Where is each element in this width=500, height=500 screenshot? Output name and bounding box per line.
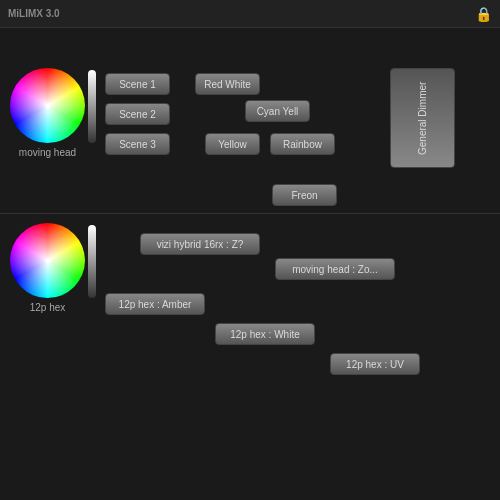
lock-icon[interactable]: 🔒	[475, 6, 492, 22]
color-wheel-wheel2[interactable]: 12p hex	[10, 223, 85, 298]
button-12p-hex-amber[interactable]: 12p hex : Amber	[105, 293, 205, 315]
wheel-center-wheel2	[45, 258, 50, 263]
button-scene2[interactable]: Scene 2	[105, 103, 170, 125]
button-general-dimmer[interactable]: General Dimmer	[390, 68, 455, 168]
main-area: moving head12p hexScene 1Scene 2Scene 3R…	[0, 28, 500, 500]
button-12p-hex-uv[interactable]: 12p hex : UV	[330, 353, 420, 375]
button-freon[interactable]: Freon	[272, 184, 337, 206]
button-moving-head-zo[interactable]: moving head : Zo...	[275, 258, 395, 280]
color-wheel-wheel1[interactable]: moving head	[10, 68, 85, 143]
button-vizi-hybrid[interactable]: vizi hybrid 16rx : Z?	[140, 233, 260, 255]
wheel-label-wheel2: 12p hex	[10, 302, 85, 313]
button-scene1[interactable]: Scene 1	[105, 73, 170, 95]
button-yellow[interactable]: Yellow	[205, 133, 260, 155]
wheel-center-wheel1	[45, 103, 50, 108]
button-12p-hex-white[interactable]: 12p hex : White	[215, 323, 315, 345]
button-cyan-yell[interactable]: Cyan Yell	[245, 100, 310, 122]
vertical-slider-slider2[interactable]	[88, 225, 96, 298]
button-red-white[interactable]: Red White	[195, 73, 260, 95]
button-rainbow[interactable]: Rainbow	[270, 133, 335, 155]
top-bar: MiLIMX 3.0 🔒	[0, 0, 500, 28]
app-logo: MiLIMX 3.0	[8, 8, 60, 19]
button-scene3[interactable]: Scene 3	[105, 133, 170, 155]
section-divider	[0, 213, 500, 214]
wheel-label-wheel1: moving head	[10, 147, 85, 158]
vertical-slider-slider1[interactable]	[88, 70, 96, 143]
